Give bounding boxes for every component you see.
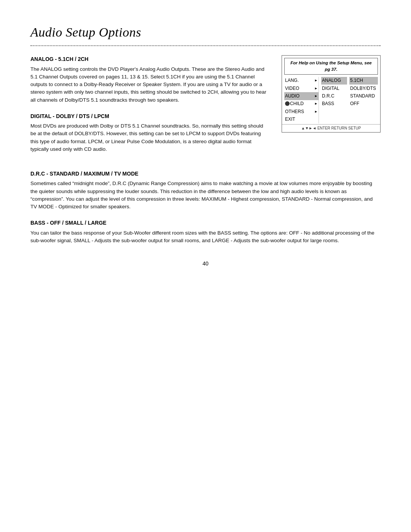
section-digital: DIGITAL - DOLBY / DTS / LPCM Most DVDs a… bbox=[30, 112, 270, 153]
menu-columns: LANG. ► VIDEO ► AUDIO ► bbox=[282, 75, 380, 124]
menu-item-bass[interactable]: BASS bbox=[321, 100, 347, 108]
menu-digital-label: DIGITAL bbox=[322, 85, 346, 92]
section-bass: BASS - OFF / SMALL / LARGE You can tailo… bbox=[30, 219, 381, 244]
menu-item-exit[interactable]: EXIT bbox=[284, 116, 319, 123]
menu-standard-label: STANDARD bbox=[350, 93, 377, 99]
menu-item-video[interactable]: VIDEO ► bbox=[284, 85, 319, 92]
menu-child-arrow: ► bbox=[314, 101, 318, 106]
section-analog-title: ANALOG - 5.1CH / 2CH bbox=[30, 55, 270, 63]
page-title: Audio Setup Options bbox=[30, 23, 381, 42]
setup-menu: For Help on Using the Setup Menu, see pg… bbox=[282, 55, 381, 133]
menu-51ch-label: 5.1CH bbox=[350, 77, 377, 84]
section-drc-body: Sometimes called “midnight mode”, D.R.C … bbox=[30, 180, 381, 211]
menu-video-arrow: ► bbox=[314, 86, 318, 91]
menu-lang-arrow: ► bbox=[314, 78, 318, 83]
menu-child-label: CHILD bbox=[290, 101, 314, 107]
menu-item-others[interactable]: OTHERS ► bbox=[284, 108, 319, 115]
menu-dolby-label: DOLBY/DTS bbox=[350, 85, 377, 92]
menu-value-off[interactable]: OFF bbox=[349, 100, 378, 108]
menu-item-drc[interactable]: D.R.C bbox=[321, 92, 347, 100]
section-analog-body: The ANALOG setting controls the DVD Play… bbox=[30, 66, 270, 104]
section-bass-body: You can tailor the bass response of your… bbox=[30, 229, 381, 245]
menu-others-label: OTHERS bbox=[285, 109, 314, 115]
menu-others-arrow: ► bbox=[314, 109, 318, 114]
menu-audio-arrow: ► bbox=[314, 94, 318, 99]
child-lock-icon bbox=[285, 101, 290, 106]
menu-value-standard[interactable]: STANDARD bbox=[349, 92, 378, 100]
section-drc: D.R.C - STANDARD / MAXIMUM / TV MODE Som… bbox=[30, 170, 381, 211]
menu-video-label: VIDEO bbox=[285, 85, 314, 92]
right-column: For Help on Using the Setup Menu, see pg… bbox=[282, 55, 381, 133]
section-drc-title: D.R.C - STANDARD / MAXIMUM / TV MODE bbox=[30, 170, 381, 177]
menu-value-dolby[interactable]: DOLBY/DTS bbox=[349, 85, 378, 92]
menu-help-banner: For Help on Using the Setup Menu, see pg… bbox=[284, 58, 378, 74]
menu-lang-label: LANG. bbox=[285, 77, 314, 84]
menu-item-child[interactable]: CHILD ► bbox=[284, 100, 319, 108]
section-digital-title: DIGITAL - DOLBY / DTS / LPCM bbox=[30, 112, 270, 120]
left-column: ANALOG - 5.1CH / 2CH The ANALOG setting … bbox=[30, 55, 270, 161]
section-digital-body: Most DVDs are produced with Dolby or DTS… bbox=[30, 122, 270, 153]
menu-exit-label: EXIT bbox=[285, 116, 318, 123]
menu-help-text: For Help on Using the Setup Menu, see pg… bbox=[290, 61, 371, 72]
menu-middle-items: ANALOG DIGITAL D.R.C BASS bbox=[319, 77, 347, 123]
page: Audio Setup Options ANALOG - 5.1CH / 2CH… bbox=[0, 0, 411, 532]
menu-item-digital[interactable]: DIGITAL bbox=[321, 85, 347, 92]
menu-audio-label: AUDIO bbox=[285, 93, 314, 99]
menu-nav-bar: ▲▼►◄ ENTER RETURN SETUP bbox=[282, 124, 380, 133]
section-analog: ANALOG - 5.1CH / 2CH The ANALOG setting … bbox=[30, 55, 270, 104]
content-area: ANALOG - 5.1CH / 2CH The ANALOG setting … bbox=[30, 55, 381, 161]
menu-value-51ch[interactable]: 5.1CH bbox=[349, 77, 378, 85]
page-number: 40 bbox=[30, 260, 381, 267]
menu-off-label: OFF bbox=[350, 101, 377, 107]
menu-bass-label: BASS bbox=[322, 101, 346, 107]
menu-item-lang[interactable]: LANG. ► bbox=[284, 77, 319, 85]
full-width-sections: D.R.C - STANDARD / MAXIMUM / TV MODE Som… bbox=[30, 170, 381, 244]
menu-analog-label: ANALOG bbox=[322, 77, 346, 84]
menu-right-items: 5.1CH DOLBY/DTS STANDARD OFF bbox=[347, 77, 378, 123]
divider bbox=[30, 45, 381, 46]
section-bass-title: BASS - OFF / SMALL / LARGE bbox=[30, 219, 381, 227]
menu-item-analog[interactable]: ANALOG bbox=[321, 77, 347, 85]
menu-left-items: LANG. ► VIDEO ► AUDIO ► bbox=[284, 77, 319, 123]
menu-item-audio[interactable]: AUDIO ► bbox=[284, 92, 319, 100]
menu-drc-label: D.R.C bbox=[322, 93, 346, 99]
